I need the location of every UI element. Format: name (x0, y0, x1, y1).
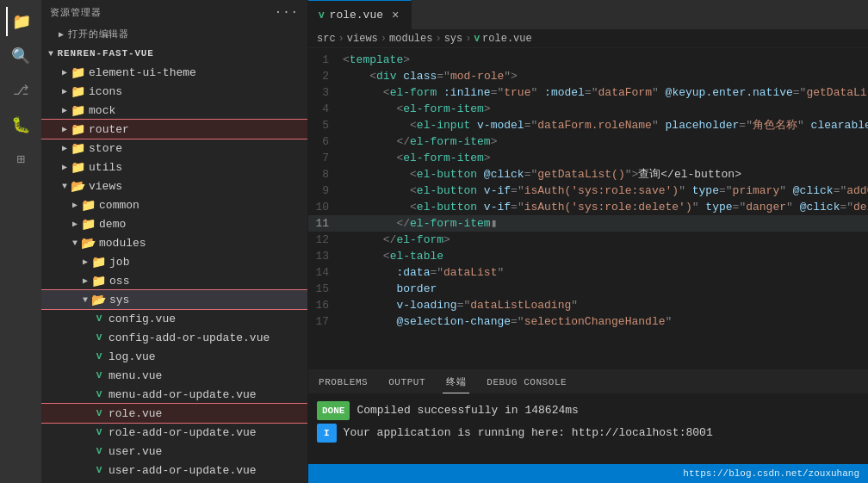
sidebar-title: 资源管理器 (50, 6, 101, 19)
line-number: 13 (308, 248, 343, 264)
code-line: 14 :data="dataList" (308, 264, 868, 281)
chevron-down-icon: ▼ (62, 182, 67, 191)
code-lines: 1 <template> 2 <div class="mod-role"> 3 … (308, 48, 868, 333)
panel-tab-output[interactable]: OUTPUT (385, 370, 429, 393)
breadcrumb-src[interactable]: src (317, 33, 336, 45)
chevron-right-icon: ▶ (72, 200, 78, 210)
chevron-right-icon: ▶ (83, 276, 88, 286)
breadcrumb-sep4: › (465, 33, 471, 45)
line-content: <el-button v-if="isAuth('sys:role:save')… (343, 183, 868, 199)
sidebar-item-menu-vue[interactable]: V menu.vue (41, 366, 307, 385)
tree-root-item[interactable]: ▼ RENREN-FAST-VUE (41, 44, 307, 63)
line-content: <el-input v-model="dataForm.roleName" pl… (343, 117, 868, 133)
line-content: <template> (343, 52, 410, 68)
line-number: 6 (308, 133, 343, 150)
breadcrumb-sep2: › (381, 33, 387, 45)
line-number: 14 (308, 264, 343, 281)
vue-icon: V (93, 332, 105, 343)
folder-icon: 📁 (71, 103, 85, 118)
line-content: <el-button @click="getDataList()">查询</el… (343, 166, 741, 183)
breadcrumb-sys[interactable]: sys (444, 33, 463, 45)
code-line: 1 <template> (308, 52, 868, 68)
sidebar-item-job[interactable]: ▶ 📁 job (41, 252, 307, 271)
panel-line-info: I Your application is running here: http… (317, 422, 859, 444)
open-editors-label: ▶ 打开的编辑器 (41, 26, 307, 42)
line-number: 15 (308, 281, 343, 297)
breadcrumb-views[interactable]: views (347, 33, 378, 45)
line-content: @selection-change="selectionChangeHandle… (343, 313, 672, 330)
icon-bar-item-extensions[interactable]: ⊞ (6, 145, 35, 174)
line-content: <el-form-item> (343, 150, 491, 166)
code-line: 3 <el-form :inline="true" :model="dataFo… (308, 84, 868, 101)
panel-tab-terminal[interactable]: 终端 (443, 370, 469, 393)
chevron-right-icon: ▶ (72, 219, 78, 229)
panel-area: PROBLEMS OUTPUT 终端 DEBUG CONSOLE DONE Co… (308, 369, 868, 464)
code-line: 12 </el-form> (308, 232, 868, 248)
line-content: <el-table (343, 248, 443, 264)
sidebar-item-role-add-or-update-vue[interactable]: V role-add-or-update.vue (41, 423, 307, 442)
code-line: 2 <div class="mod-role"> (308, 68, 868, 84)
sidebar-item-user-vue[interactable]: V user.vue (41, 442, 307, 461)
sidebar-item-config-vue[interactable]: V config.vue (41, 309, 307, 328)
sidebar-item-oss[interactable]: ▶ 📁 oss (41, 271, 307, 290)
icon-bar-item-search[interactable]: 🔍 (6, 41, 35, 71)
tab-label: role.vue (330, 9, 383, 22)
sidebar-item-sys[interactable]: ▼ 📂 sys (41, 290, 307, 309)
panel-tabs: PROBLEMS OUTPUT 终端 DEBUG CONSOLE (308, 370, 868, 394)
sidebar-item-label: store (89, 142, 122, 155)
sidebar-item-label: config-add-or-update.vue (108, 331, 270, 344)
sidebar-item-common[interactable]: ▶ 📁 common (41, 195, 307, 214)
chevron-down-icon: ▼ (83, 295, 88, 305)
sidebar-item-label: modules (99, 237, 146, 250)
line-number: 16 (308, 297, 343, 313)
code-line: 6 </el-form-item> (308, 133, 868, 150)
sidebar-item-modules[interactable]: ▼ 📂 modules (41, 233, 307, 252)
code-editor[interactable]: 1 <template> 2 <div class="mod-role"> 3 … (308, 48, 868, 369)
code-line: 7 <el-form-item> (308, 150, 868, 166)
sidebar-item-icons[interactable]: ▶ 📁 icons (41, 82, 307, 101)
chevron-right-icon: ▶ (62, 143, 67, 153)
line-content: <div class="mod-role"> (343, 68, 518, 84)
sidebar-dots[interactable]: ··· (275, 5, 299, 19)
breadcrumb-file[interactable]: role.vue (482, 33, 532, 45)
sidebar-item-label: user-add-or-update.vue (108, 464, 257, 477)
vue-icon: V (319, 10, 325, 21)
tab-close-icon[interactable]: × (392, 9, 399, 22)
sidebar-item-user-add-or-update-vue[interactable]: V user-add-or-update.vue (41, 461, 307, 480)
icon-bar-item-explorer[interactable]: 📁 (6, 7, 35, 36)
line-number: 17 (308, 313, 343, 330)
sidebar-item-role-vue[interactable]: V role.vue (41, 404, 307, 423)
sidebar-item-mock[interactable]: ▶ 📁 mock (41, 101, 307, 120)
panel-line-done: DONE Compiled successfully in 148624ms (317, 399, 859, 422)
code-line: 13 <el-table (308, 248, 868, 264)
sidebar-item-config-add-or-update-vue[interactable]: V config-add-or-update.vue (41, 328, 307, 347)
panel-tab-debug-console[interactable]: DEBUG CONSOLE (483, 370, 570, 393)
vue-icon: V (93, 313, 105, 324)
sidebar-item-views[interactable]: ▼ 📂 views (41, 176, 307, 195)
breadcrumb-modules[interactable]: modules (389, 33, 432, 45)
sidebar-item-element-ui-theme[interactable]: ▶ 📁 element-ui-theme (41, 63, 307, 82)
folder-icon: 📁 (71, 65, 85, 80)
icon-bar-item-git[interactable]: ⎇ (6, 76, 35, 105)
line-content: </el-form-item> (343, 133, 497, 150)
code-line: 15 border (308, 281, 868, 297)
breadcrumb-sep1: › (338, 33, 344, 45)
sidebar-item-label: role.vue (108, 407, 162, 420)
badge-info: I (317, 424, 337, 443)
sidebar-item-label: menu-add-or-update.vue (108, 388, 257, 401)
sidebar-item-menu-add-or-update-vue[interactable]: V menu-add-or-update.vue (41, 385, 307, 404)
tab-role-vue[interactable]: V role.vue × (308, 0, 412, 29)
vue-icon: V (93, 446, 105, 456)
folder-icon: 📁 (81, 217, 96, 232)
sidebar-item-label: router (89, 123, 129, 136)
sidebar-item-store[interactable]: ▶ 📁 store (41, 139, 307, 158)
icon-bar-item-debug[interactable]: 🐛 (6, 110, 35, 139)
sidebar-item-log-vue[interactable]: V log.vue (41, 347, 307, 366)
sidebar-item-router[interactable]: ▶ 📁 router (41, 120, 307, 139)
line-number: 1 (308, 52, 343, 68)
sidebar-item-utils[interactable]: ▶ 📁 utils (41, 158, 307, 176)
vue-icon: V (93, 370, 105, 381)
sidebar-item-demo[interactable]: ▶ 📁 demo (41, 214, 307, 233)
panel-tab-problems[interactable]: PROBLEMS (315, 370, 371, 393)
line-content: <el-form-item> (343, 101, 491, 117)
